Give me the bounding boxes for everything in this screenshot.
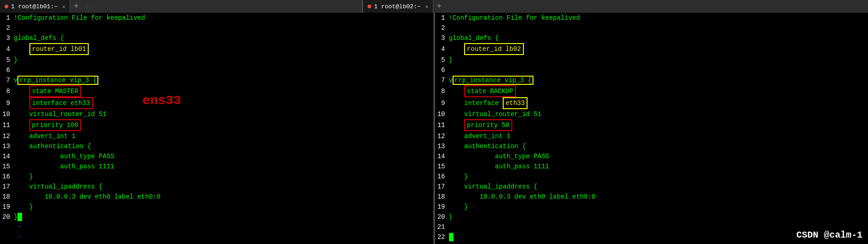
line-number: 17 [0, 182, 14, 192]
line-number: 1 [435, 13, 449, 23]
watermark: CSDN @calm-1 [796, 230, 862, 240]
line-number: 11 [0, 120, 14, 130]
code-line: 17 virtual_ipaddress { [435, 182, 868, 192]
code-line: 6 [435, 65, 868, 75]
tab-right[interactable]: 1 root@lb02:~ ✕ [363, 0, 433, 13]
state-box-left: state MASTER [29, 85, 81, 97]
code-line: 12 advert_int 1 [0, 131, 433, 141]
line-number: 16 [435, 172, 449, 182]
line-number: 22 [435, 232, 449, 242]
cursor-right [449, 233, 454, 241]
router-id-box-left: router_id lb01 [29, 43, 89, 55]
tab-bar-right: 1 root@lb02:~ ✕ + [363, 0, 868, 13]
line-content: 10.0.0.3 dev eth0 label eth0:0 [14, 192, 433, 202]
line-number: 10 [0, 109, 14, 119]
line-number: 12 [435, 131, 449, 141]
line-content: vrrp_instance vip_3 { [14, 75, 433, 85]
tilde-line: ~ [435, 242, 868, 244]
code-line: 16 } [0, 172, 433, 182]
line-content: } [449, 202, 868, 212]
line-number: 13 [435, 141, 449, 151]
line-number: 8 [0, 86, 14, 96]
cursor-left [17, 213, 22, 221]
line-number: 7 [0, 75, 14, 85]
line-content: vrrp_instance vip_3 { [449, 75, 868, 85]
line-number: 8 [435, 86, 449, 96]
code-line: 5 } [0, 55, 433, 65]
tab-close-right[interactable]: ✕ [425, 4, 428, 10]
line-number: 15 [435, 161, 449, 172]
right-code-area: 1 !Configuration File for keepalived 2 3… [435, 13, 868, 244]
code-line: 18 10.0.0.3 dev eth0 label eth0:0 [0, 192, 433, 202]
line-content: } [449, 212, 868, 222]
line-content: !Configuration File for keepalived [14, 13, 433, 23]
priority-box-left: priority 100 [29, 119, 81, 131]
interface-eth33-box-right: eth33 [503, 97, 528, 109]
tab-close-left[interactable]: ✕ [62, 4, 65, 10]
line-number: 20 [0, 212, 14, 222]
annotation-ens33: ens33 [142, 94, 181, 108]
line-content: state BACKUP [449, 85, 868, 97]
priority-box-right: priority 50 [464, 119, 512, 131]
line-content: global_defs { [14, 33, 433, 43]
code-line: 10 virtual_router_id 51 [0, 109, 433, 119]
code-line: 7 vrrp_instance vip_3 { [435, 75, 868, 85]
tab-left[interactable]: 1 root@lb01:~ ✕ [0, 0, 70, 13]
code-line: 14 auth_type PASS [0, 151, 433, 161]
line-number: 10 [435, 109, 449, 119]
line-content: interface eth33 [449, 97, 868, 109]
line-number: 5 [435, 55, 449, 65]
tab-add-right[interactable]: + [433, 2, 445, 11]
line-content: } [14, 55, 433, 65]
line-number: 21 [435, 222, 449, 232]
tab-bar: 1 root@lb01:~ ✕ + ⋮⋮ 1 root@lb02:~ ✕ + [0, 0, 868, 13]
line-content: auth_type PASS [14, 151, 433, 161]
line-content: 10.0.0.3 dev eth0 label eth0:0 [449, 192, 868, 202]
code-line: 15 auth_pass 1111 [0, 161, 433, 172]
line-number: 6 [0, 65, 14, 75]
code-line: 20 } [0, 212, 433, 222]
router-id-box-right: router_id lb02 [464, 43, 524, 55]
tab-left-label: 1 root@lb01:~ [11, 3, 57, 10]
code-line: 18 10.0.0.3 dev eth0 label eth0:0 [435, 192, 868, 202]
code-line: 3 global_defs { [435, 33, 868, 43]
line-number: 6 [435, 65, 449, 75]
tilde-line: ~ [0, 232, 433, 242]
code-line: 9 interface eth33 [0, 97, 433, 109]
line-content: authentication { [14, 141, 433, 151]
line-number: 15 [0, 161, 14, 172]
line-number: 13 [0, 141, 14, 151]
code-line: 1 !Configuration File for keepalived [435, 13, 868, 23]
left-code-area: 1 !Configuration File for keepalived 2 3… [0, 13, 433, 244]
line-number: 3 [0, 33, 14, 43]
code-line: 11 priority 100 [0, 119, 433, 131]
line-content: } [14, 212, 433, 222]
code-line: 19 } [0, 202, 433, 212]
line-content: router_id lb01 [14, 43, 433, 55]
line-content: } [14, 202, 433, 212]
line-content: priority 50 [449, 119, 868, 131]
tab-add-left[interactable]: + [70, 2, 82, 11]
tilde-line: ~ [0, 222, 433, 232]
line-number: 16 [0, 172, 14, 182]
line-content: virtual_ipaddress { [449, 182, 868, 192]
code-line: 19 } [435, 202, 868, 212]
line-number: 14 [0, 151, 14, 161]
tab-dot-right [368, 5, 371, 8]
line-number: 3 [435, 33, 449, 43]
line-number: 2 [0, 23, 14, 33]
line-number: 5 [0, 55, 14, 65]
code-line: 10 virtual_router_id 51 [435, 109, 868, 119]
line-content: auth_type PASS [449, 151, 868, 161]
panels: 1 !Configuration File for keepalived 2 3… [0, 13, 868, 244]
code-line: 8 state BACKUP [435, 85, 868, 97]
interface-box-left: interface eth33 [29, 97, 93, 109]
line-content: router_id lb02 [449, 43, 868, 55]
line-number: 11 [435, 120, 449, 130]
code-line: 6 [0, 65, 433, 75]
line-content: } [14, 172, 433, 182]
line-number: 20 [435, 212, 449, 222]
right-panel: 1 !Configuration File for keepalived 2 3… [435, 13, 868, 244]
code-line: 15 auth_pass 1111 [435, 161, 868, 172]
code-line: 2 [0, 23, 433, 33]
